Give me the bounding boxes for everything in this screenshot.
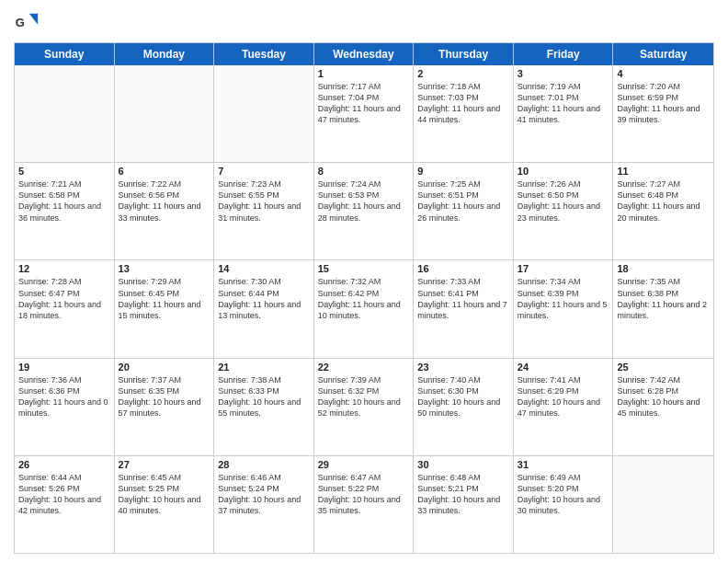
day-number: 19 [18,362,110,373]
cell-info: Sunrise: 7:17 AM Sunset: 7:04 PM Dayligh… [318,81,410,126]
day-number: 9 [417,166,509,177]
cell-info: Sunrise: 7:33 AM Sunset: 6:41 PM Dayligh… [417,276,509,321]
day-number: 7 [218,166,310,177]
calendar-cell-2: 2Sunrise: 7:18 AM Sunset: 7:03 PM Daylig… [414,65,514,162]
calendar-cell-empty-0-0 [15,65,115,162]
header-day-thursday: Thursday [414,43,514,65]
cell-info: Sunrise: 6:48 AM Sunset: 5:21 PM Dayligh… [417,472,509,517]
logo-icon: G [14,9,40,35]
calendar-cell-8: 8Sunrise: 7:24 AM Sunset: 6:53 PM Daylig… [314,163,415,259]
calendar-cell-31: 31Sunrise: 6:49 AM Sunset: 5:20 PM Dayli… [514,456,614,553]
calendar-cell-9: 9Sunrise: 7:25 AM Sunset: 6:51 PM Daylig… [414,163,514,259]
calendar-cell-20: 20Sunrise: 7:37 AM Sunset: 6:35 PM Dayli… [115,359,215,455]
cell-info: Sunrise: 7:32 AM Sunset: 6:42 PM Dayligh… [318,276,410,321]
cell-info: Sunrise: 7:36 AM Sunset: 6:36 PM Dayligh… [18,374,110,419]
calendar-row-1: 5Sunrise: 7:21 AM Sunset: 6:58 PM Daylig… [15,163,713,260]
calendar-row-4: 26Sunrise: 6:44 AM Sunset: 5:26 PM Dayli… [15,456,713,553]
day-number: 23 [417,362,509,373]
day-number: 18 [617,263,710,274]
calendar-cell-18: 18Sunrise: 7:35 AM Sunset: 6:38 PM Dayli… [613,260,713,357]
calendar-cell-24: 24Sunrise: 7:41 AM Sunset: 6:29 PM Dayli… [514,359,614,455]
logo: G [14,9,43,35]
calendar-cell-5: 5Sunrise: 7:21 AM Sunset: 6:58 PM Daylig… [15,163,115,259]
day-number: 14 [218,263,310,274]
calendar-cell-6: 6Sunrise: 7:22 AM Sunset: 6:56 PM Daylig… [115,163,215,259]
calendar-row-2: 12Sunrise: 7:28 AM Sunset: 6:47 PM Dayli… [15,260,713,358]
cell-info: Sunrise: 6:44 AM Sunset: 5:26 PM Dayligh… [18,472,110,517]
calendar-row-3: 19Sunrise: 7:36 AM Sunset: 6:36 PM Dayli… [15,359,713,456]
calendar-cell-7: 7Sunrise: 7:23 AM Sunset: 6:55 PM Daylig… [214,163,314,259]
day-number: 28 [218,459,310,470]
calendar-header: SundayMondayTuesdayWednesdayThursdayFrid… [15,43,713,65]
header-day-monday: Monday [115,43,215,65]
cell-info: Sunrise: 7:41 AM Sunset: 6:29 PM Dayligh… [518,374,609,419]
calendar-cell-17: 17Sunrise: 7:34 AM Sunset: 6:39 PM Dayli… [514,260,614,357]
cell-info: Sunrise: 7:37 AM Sunset: 6:35 PM Dayligh… [119,374,210,419]
cell-info: Sunrise: 7:28 AM Sunset: 6:47 PM Dayligh… [18,276,110,321]
day-number: 5 [18,166,110,177]
cell-info: Sunrise: 7:20 AM Sunset: 6:59 PM Dayligh… [617,81,710,126]
day-number: 1 [318,68,410,79]
day-number: 17 [518,263,609,274]
day-number: 29 [318,459,410,470]
day-number: 4 [617,68,710,79]
day-number: 20 [119,362,210,373]
calendar-cell-26: 26Sunrise: 6:44 AM Sunset: 5:26 PM Dayli… [15,456,115,553]
calendar-cell-29: 29Sunrise: 6:47 AM Sunset: 5:22 PM Dayli… [314,456,415,553]
cell-info: Sunrise: 6:47 AM Sunset: 5:22 PM Dayligh… [318,472,410,517]
day-number: 2 [417,68,509,79]
header-day-friday: Friday [514,43,614,65]
day-number: 11 [617,166,710,177]
calendar-cell-12: 12Sunrise: 7:28 AM Sunset: 6:47 PM Dayli… [15,260,115,357]
svg-text:G: G [16,16,25,29]
day-number: 27 [119,459,210,470]
day-number: 21 [218,362,310,373]
day-number: 13 [119,263,210,274]
cell-info: Sunrise: 7:29 AM Sunset: 6:45 PM Dayligh… [119,276,210,321]
day-number: 3 [518,68,609,79]
calendar-cell-22: 22Sunrise: 7:39 AM Sunset: 6:32 PM Dayli… [314,359,415,455]
cell-info: Sunrise: 7:21 AM Sunset: 6:58 PM Dayligh… [18,178,110,224]
calendar-cell-empty-0-1 [115,65,215,162]
cell-info: Sunrise: 7:30 AM Sunset: 6:44 PM Dayligh… [218,276,310,321]
cell-info: Sunrise: 7:34 AM Sunset: 6:39 PM Dayligh… [518,276,609,321]
calendar-cell-21: 21Sunrise: 7:38 AM Sunset: 6:33 PM Dayli… [214,359,314,455]
cell-info: Sunrise: 6:45 AM Sunset: 5:25 PM Dayligh… [119,472,210,517]
day-number: 26 [18,459,110,470]
calendar: SundayMondayTuesdayWednesdayThursdayFrid… [14,42,714,554]
day-number: 10 [518,166,609,177]
calendar-row-0: 1Sunrise: 7:17 AM Sunset: 7:04 PM Daylig… [15,65,713,163]
day-number: 25 [617,362,710,373]
calendar-cell-4: 4Sunrise: 7:20 AM Sunset: 6:59 PM Daylig… [613,65,713,162]
cell-info: Sunrise: 6:49 AM Sunset: 5:20 PM Dayligh… [518,472,609,517]
calendar-cell-16: 16Sunrise: 7:33 AM Sunset: 6:41 PM Dayli… [414,260,514,357]
day-number: 16 [417,263,509,274]
calendar-cell-11: 11Sunrise: 7:27 AM Sunset: 6:48 PM Dayli… [613,163,713,259]
cell-info: Sunrise: 7:24 AM Sunset: 6:53 PM Dayligh… [318,178,410,224]
calendar-body: 1Sunrise: 7:17 AM Sunset: 7:04 PM Daylig… [15,65,713,553]
svg-marker-1 [29,14,38,25]
cell-info: Sunrise: 7:26 AM Sunset: 6:50 PM Dayligh… [518,178,609,224]
day-number: 24 [518,362,609,373]
calendar-cell-15: 15Sunrise: 7:32 AM Sunset: 6:42 PM Dayli… [314,260,415,357]
calendar-cell-23: 23Sunrise: 7:40 AM Sunset: 6:30 PM Dayli… [414,359,514,455]
calendar-cell-27: 27Sunrise: 6:45 AM Sunset: 5:25 PM Dayli… [115,456,215,553]
calendar-cell-28: 28Sunrise: 6:46 AM Sunset: 5:24 PM Dayli… [214,456,314,553]
cell-info: Sunrise: 7:39 AM Sunset: 6:32 PM Dayligh… [318,374,410,419]
calendar-cell-14: 14Sunrise: 7:30 AM Sunset: 6:44 PM Dayli… [214,260,314,357]
calendar-cell-13: 13Sunrise: 7:29 AM Sunset: 6:45 PM Dayli… [115,260,215,357]
calendar-cell-3: 3Sunrise: 7:19 AM Sunset: 7:01 PM Daylig… [514,65,614,162]
header: G [14,9,714,35]
calendar-cell-empty-4-6 [613,456,713,553]
day-number: 22 [318,362,410,373]
calendar-cell-1: 1Sunrise: 7:17 AM Sunset: 7:04 PM Daylig… [314,65,415,162]
cell-info: Sunrise: 7:38 AM Sunset: 6:33 PM Dayligh… [218,374,310,419]
header-day-sunday: Sunday [15,43,115,65]
calendar-cell-19: 19Sunrise: 7:36 AM Sunset: 6:36 PM Dayli… [15,359,115,455]
calendar-cell-empty-0-2 [214,65,314,162]
day-number: 6 [119,166,210,177]
day-number: 8 [318,166,410,177]
cell-info: Sunrise: 7:27 AM Sunset: 6:48 PM Dayligh… [617,178,710,224]
cell-info: Sunrise: 7:18 AM Sunset: 7:03 PM Dayligh… [417,81,509,126]
cell-info: Sunrise: 7:40 AM Sunset: 6:30 PM Dayligh… [417,374,509,419]
